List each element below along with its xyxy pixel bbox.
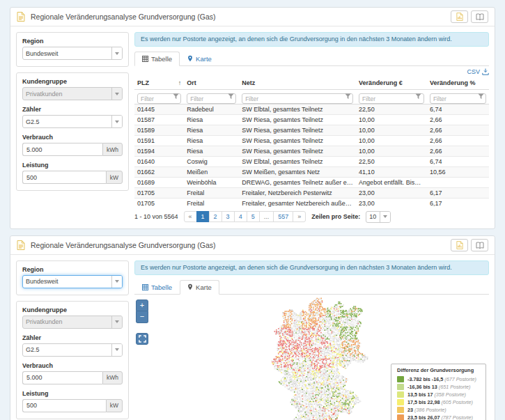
legend-swatch xyxy=(397,407,404,413)
table-row: 01589RiesaSW Riesa, gesamtes Teilnetz10,… xyxy=(134,125,489,135)
verbrauch-input[interactable] xyxy=(22,143,102,156)
legend-item: -16,36 bis 13 (651 Postorte) xyxy=(397,384,480,390)
funnel-icon xyxy=(478,93,484,100)
tab-karte[interactable]: Karte xyxy=(180,280,219,295)
page-button-3[interactable]: 3 xyxy=(222,211,235,222)
tab-tabelle[interactable]: Tabelle xyxy=(134,52,180,66)
kundengruppe-select[interactable]: Privatkunden xyxy=(23,316,111,328)
page-button-557[interactable]: 557 xyxy=(273,211,293,222)
rows-per-page-wrap: 10 xyxy=(366,211,391,223)
tab-karte-label: Karte xyxy=(196,283,212,291)
page-ellipsis: ... xyxy=(259,211,274,222)
handbook-button[interactable] xyxy=(471,10,488,23)
leistung-input[interactable] xyxy=(22,399,106,412)
verbrauch-unit: kWh xyxy=(102,143,123,156)
region-select[interactable]: Bundesweit xyxy=(23,276,111,288)
filter-funnel-button[interactable] xyxy=(226,92,235,101)
table-cell: 01587 xyxy=(134,114,184,125)
table-cell: 6,74 xyxy=(427,104,489,114)
region-select[interactable]: Bundesweit xyxy=(23,47,111,59)
rows-per-page-select[interactable]: 10 xyxy=(366,212,380,222)
kundengruppe-select[interactable]: Privatkunden xyxy=(23,88,111,100)
germany-postcode-choropleth-map[interactable] xyxy=(263,296,397,420)
funnel-icon xyxy=(173,93,179,100)
leistung-input[interactable] xyxy=(22,171,106,184)
page-prev-button[interactable]: « xyxy=(184,211,197,222)
filter-funnel-button[interactable] xyxy=(343,92,352,101)
zaehler-select[interactable]: G2.5 xyxy=(23,344,111,356)
table-cell: 01689 xyxy=(134,177,184,187)
legend-item: 17,5 bis 22,98 (605 Postorte) xyxy=(397,399,480,405)
panel-title: Regionale Veränderungsanalyse Grundverso… xyxy=(31,13,445,21)
table-cell: 2,66 xyxy=(427,146,489,156)
filter-funnel-button[interactable] xyxy=(414,92,424,101)
legend-swatch xyxy=(397,399,404,405)
table-cell: 2,66 xyxy=(427,125,489,135)
table-cell: 22,50 xyxy=(356,156,427,166)
map-zoom-out-button[interactable]: − xyxy=(136,311,148,323)
tab-tabelle[interactable]: Tabelle xyxy=(134,280,180,295)
page: Regionale Veränderungsanalyse Grundverso… xyxy=(0,0,505,420)
region-label: Region xyxy=(22,266,123,273)
page-button-4[interactable]: 4 xyxy=(234,211,247,222)
column-header-row: PLZ↑ Ort Netz Veränderung € Veränderung … xyxy=(134,77,489,90)
table-cell: 2,66 xyxy=(427,114,489,125)
legend-item: 23 (386 Postorte) xyxy=(397,407,480,413)
region-select-wrap: Bundesweit xyxy=(22,47,123,60)
map-fit-extent-button[interactable] xyxy=(136,333,148,345)
column-header-veraenderung-pct[interactable]: Veränderung % xyxy=(427,77,489,90)
file-chart-icon xyxy=(456,241,463,249)
filter-sidebar: Region Bundesweit Kundengruppe Privatkun… xyxy=(16,260,129,420)
table-cell: Riesa xyxy=(184,114,239,125)
table-cell: SW Elbtal, gesamtes Teilnetz xyxy=(239,156,356,166)
map-pin-icon xyxy=(187,283,193,290)
table-cell: SW Riesa, gesamtes Teilnetz xyxy=(239,114,356,125)
csv-export-link[interactable]: CSV xyxy=(467,68,489,75)
column-header-veraenderung-eur[interactable]: Veränderung € xyxy=(356,77,427,90)
table-row: 01689WeinböhlaDREWAG, gesamtes Teilnetz … xyxy=(134,177,489,187)
column-header-ort[interactable]: Ort xyxy=(184,77,239,90)
parameters-box: Kundengruppe Privatkunden Zähler G2.5 Ve… xyxy=(16,72,129,191)
table-cell: Riesa xyxy=(184,125,239,135)
expand-icon xyxy=(139,335,146,343)
filter-funnel-button[interactable] xyxy=(171,92,180,101)
chevron-down-icon xyxy=(111,47,122,59)
table-cell: 10,00 xyxy=(356,114,427,125)
column-header-netz[interactable]: Netz xyxy=(239,77,356,90)
column-header-plz[interactable]: PLZ↑ xyxy=(134,77,184,90)
page-button-2[interactable]: 2 xyxy=(209,211,222,222)
report-button[interactable] xyxy=(451,239,468,251)
page-button-5[interactable]: 5 xyxy=(247,211,260,222)
verbrauch-input[interactable] xyxy=(22,371,102,384)
panel-header: Regionale Veränderungsanalyse Grundverso… xyxy=(10,236,495,255)
handbook-button[interactable] xyxy=(471,239,488,251)
report-button[interactable] xyxy=(451,10,468,23)
table-cell: 01705 xyxy=(134,198,184,208)
map-zoom-in-button[interactable]: + xyxy=(136,300,148,311)
legend-rows: -3.782 bis -16,5 (677 Postorte)-16,36 bi… xyxy=(397,376,480,420)
tab-tabelle-label: Tabelle xyxy=(151,283,172,291)
filter-funnel-button[interactable] xyxy=(476,92,485,101)
legend-swatch xyxy=(397,414,404,420)
page-button-1[interactable]: 1 xyxy=(196,211,210,222)
table-row: 01591RiesaSW Riesa, gesamtes Teilnetz10,… xyxy=(134,135,489,146)
funnel-icon xyxy=(228,93,234,100)
download-icon xyxy=(482,68,489,75)
table-cell: Coswig xyxy=(184,156,239,166)
panel-header: Regionale Veränderungsanalyse Grundverso… xyxy=(10,8,495,26)
legend-swatch xyxy=(397,384,404,390)
zaehler-select[interactable]: G2.5 xyxy=(23,116,111,127)
table-icon xyxy=(142,56,148,62)
table-cell: 01705 xyxy=(134,187,184,198)
analysis-panel-table-view: Regionale Veränderungsanalyse Grundverso… xyxy=(10,7,495,229)
table-cell: Freitaler, Netzbereich Pesterwitz xyxy=(239,187,356,198)
page-next-button[interactable]: » xyxy=(293,211,306,222)
region-box: Region Bundesweit xyxy=(16,260,129,295)
header-actions xyxy=(451,10,488,23)
leistung-label: Leistung xyxy=(22,162,123,169)
filter-input-netz[interactable] xyxy=(242,93,353,104)
tab-karte[interactable]: Karte xyxy=(180,52,219,66)
zaehler-label: Zähler xyxy=(22,334,123,341)
legend-item: 13,5 bis 17 (358 Postorte) xyxy=(397,391,480,398)
zaehler-select-wrap: G2.5 xyxy=(22,343,123,357)
